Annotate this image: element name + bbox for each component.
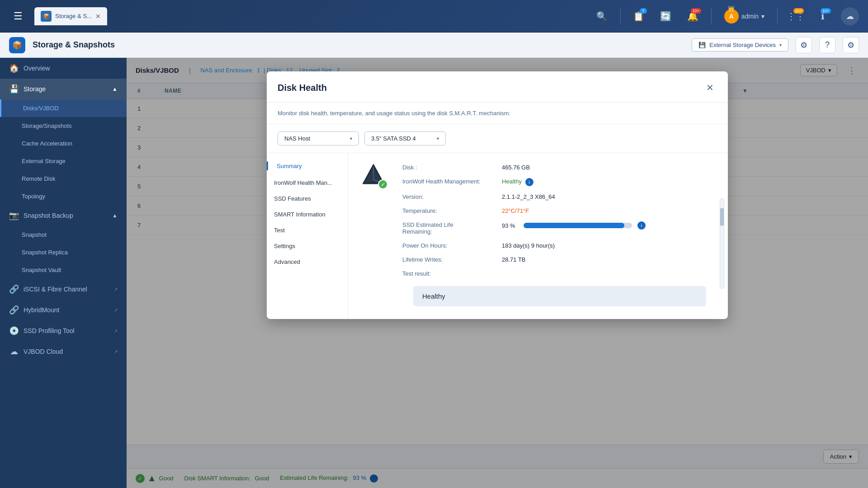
chevron-down-icon: ▾ — [350, 136, 352, 141]
iscsi-icon: 🔗 — [9, 284, 19, 294]
tasks-button[interactable]: 📋 7 — [630, 7, 648, 25]
sidebar-item-remote-disk[interactable]: Remote Disk — [0, 170, 127, 188]
modal-nav-ironwolf[interactable]: IronWolf Health Man... — [267, 175, 348, 191]
settings-button[interactable]: ⚙ — [796, 37, 812, 53]
crown-icon: 👑 — [728, 5, 735, 12]
topbar: ☰ 📦 Storage & S... ✕ 🔍 📋 7 🔄 🔔 10+ 👑 A a — [0, 0, 868, 33]
hamburger-button[interactable]: ☰ — [9, 7, 27, 25]
sidebar-item-storage-snapshots[interactable]: Storage/Snapshots — [0, 117, 127, 135]
modal-nav-test[interactable]: Test — [267, 222, 348, 238]
external-link-icon: ↗ — [114, 308, 118, 313]
notifications-button[interactable]: 🔔 10+ — [684, 7, 702, 25]
version-label: Version: — [402, 190, 502, 204]
modal-nav-smart[interactable]: SMART Information — [267, 206, 348, 222]
temperature-display: 22°C/71°F — [502, 207, 529, 214]
modal-close-button[interactable]: ✕ — [703, 80, 717, 95]
sidebar-item-label: Snapshot Replica — [22, 249, 68, 256]
sidebar: 🏠 Overview 💾 Storage ▲ Disks/VJBOD Stora… — [0, 58, 127, 488]
sidebar-item-iscsi[interactable]: 🔗 iSCSI & Fibre Channel ↗ — [0, 279, 127, 300]
sidebar-item-topology[interactable]: Topology — [0, 188, 127, 205]
help-button[interactable]: ? — [819, 37, 835, 53]
modal-nav: Summary IronWolf Health Man... SSD Featu… — [267, 153, 348, 319]
settings-label: Settings — [274, 243, 295, 249]
app-logo: 📦 — [9, 37, 25, 53]
progress-container: 93 % i — [502, 221, 717, 230]
sidebar-item-snapshot-replica[interactable]: Snapshot Replica — [0, 244, 127, 261]
tab-close-button[interactable]: ✕ — [95, 13, 101, 20]
sidebar-item-snapshot-backup[interactable]: 📷 Snapshot Backup ▲ — [0, 205, 127, 226]
modal-nav-summary[interactable]: Summary — [267, 157, 348, 175]
sidebar-item-external-storage[interactable]: External Storage — [0, 152, 127, 170]
sidebar-item-label: HybridMount — [24, 306, 59, 314]
chevron-down-icon: ▾ — [437, 136, 439, 141]
sidebar-item-label: Overview — [24, 65, 50, 72]
chevron-down-icon: ▾ — [761, 13, 764, 20]
modal-content: Monitor disk health, temperature, and us… — [267, 103, 728, 319]
active-indicator — [267, 161, 268, 170]
stat-table: Disk : 465.76 GB IronWolf Health Managem… — [402, 160, 717, 281]
health-check-icon: ✓ — [378, 179, 388, 189]
progress-fill — [524, 223, 624, 228]
sidebar-item-overview[interactable]: 🏠 Overview — [0, 58, 127, 79]
overview-icon: 🏠 — [9, 63, 19, 73]
external-link-icon: ↗ — [114, 349, 118, 354]
topbar-actions: 🔍 📋 7 🔄 🔔 10+ 👑 A admin ▾ ⋮⋮ 10+ — [593, 7, 859, 25]
lifetime-value: 28.71 TB — [502, 253, 717, 267]
modal-nav-settings[interactable]: Settings — [267, 238, 348, 254]
modal-title: Disk Health — [278, 83, 327, 93]
ssd-life-value: 93 % i — [502, 218, 717, 239]
health-result-value: Healthy — [422, 292, 445, 300]
sidebar-item-storage[interactable]: 💾 Storage ▲ — [0, 79, 127, 99]
modal-nav-advanced[interactable]: Advanced — [267, 254, 348, 270]
search-button[interactable]: 🔍 — [593, 7, 611, 25]
external-storage-button[interactable]: 💾 External Storage Devices ▾ — [692, 38, 788, 52]
modal-description: Monitor disk health, temperature, and us… — [267, 103, 728, 124]
health-result-box: Healthy — [413, 286, 706, 306]
modal-nav-ssd[interactable]: SSD Features — [267, 191, 348, 206]
main-layout: 🏠 Overview 💾 Storage ▲ Disks/VJBOD Stora… — [0, 58, 868, 488]
system-button[interactable]: ⋮⋮ 10+ — [787, 7, 805, 25]
sidebar-item-cache-acceleration[interactable]: Cache Acceleration — [0, 135, 127, 152]
test-result-placeholder — [502, 267, 717, 281]
cloud-button[interactable]: ☁ — [841, 7, 859, 25]
sidebar-item-disks-vjbod[interactable]: Disks/VJBOD — [0, 99, 127, 117]
active-tab[interactable]: 📦 Storage & S... ✕ — [34, 7, 107, 25]
divider2 — [711, 8, 712, 24]
disk-icon: ✓ — [359, 160, 388, 189]
content-area: Disks/VJBOD | NAS and Enclosure: 1 | Dis… — [127, 58, 868, 488]
sidebar-item-snapshot[interactable]: Snapshot — [0, 226, 127, 244]
disk-size-value: 465.76 GB — [502, 160, 717, 174]
sidebar-item-label: Cache Acceleration — [22, 140, 72, 147]
sidebar-item-label: Topology — [22, 193, 45, 200]
user-menu[interactable]: 👑 A admin ▾ — [721, 7, 768, 25]
sidebar-item-ssd-profiling[interactable]: 💿 SSD Profiling Tool ↗ — [0, 320, 127, 341]
progress-info-icon[interactable]: i — [637, 221, 646, 230]
tab-label: Storage & S... — [55, 13, 92, 19]
sidebar-item-label: Storage/Snapshots — [22, 122, 72, 129]
ssd-features-label: SSD Features — [274, 195, 311, 202]
sidebar-item-vjbod-cloud[interactable]: ☁ VJBOD Cloud ↗ — [0, 341, 127, 362]
lifetime-label: Lifetime Writes: — [402, 253, 502, 267]
modal-main: Summary IronWolf Health Man... SSD Featu… — [267, 153, 728, 319]
sidebar-item-snapshot-vault[interactable]: Snapshot Vault — [0, 261, 127, 279]
temp-value: 22°C/71°F — [502, 204, 717, 218]
nas-host-selector[interactable]: NAS Host ▾ — [278, 131, 359, 145]
summary-label: Summary — [277, 163, 302, 169]
info-button[interactable]: ℹ 10+ — [814, 7, 832, 25]
scroll-track-inner[interactable] — [720, 198, 724, 289]
progress-bar — [524, 223, 632, 228]
disk-selector[interactable]: 3.5" SATA SSD 4 ▾ — [364, 131, 446, 145]
config-button[interactable]: ⚙ — [843, 37, 859, 53]
info-icon[interactable]: i — [525, 178, 533, 186]
gear-icon: ⚙ — [800, 40, 807, 50]
scroll-track — [720, 198, 724, 289]
power-on-label: Power On Hours: — [402, 239, 502, 253]
life-percent: 93 % — [502, 222, 520, 229]
ironwolf-label: IronWolf Health Man... — [274, 179, 332, 186]
modal-data-panel: ✓ Disk : 465.76 GB IronWolf Health Manag… — [348, 153, 728, 319]
sidebar-item-hybridmount[interactable]: 🔗 HybridMount ↗ — [0, 300, 127, 320]
divider3 — [777, 8, 778, 24]
scroll-thumb — [720, 208, 724, 226]
backup-button[interactable]: 🔄 — [657, 7, 675, 25]
vjbod-cloud-icon: ☁ — [9, 347, 19, 357]
